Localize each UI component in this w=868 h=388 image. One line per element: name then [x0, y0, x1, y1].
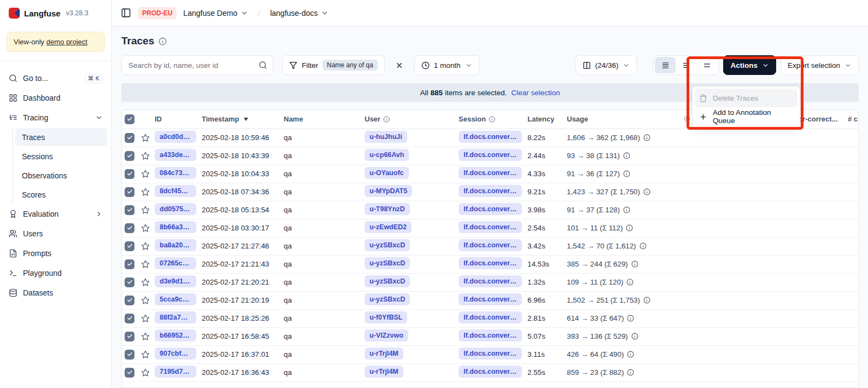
user-badge[interactable]: u-yzSBxcD — [365, 293, 410, 305]
star-icon[interactable] — [141, 206, 150, 215]
session-badge[interactable]: lf.docs.conversation... — [459, 131, 522, 143]
user-badge[interactable]: u-yzSBxcD — [365, 239, 410, 251]
col-header-session[interactable]: Session — [458, 110, 526, 129]
info-icon[interactable] — [631, 260, 638, 268]
row-checkbox[interactable] — [125, 332, 134, 341]
session-badge[interactable]: lf.docs.conversation... — [459, 257, 522, 269]
star-icon[interactable] — [141, 242, 150, 251]
trace-id-badge[interactable]: ba8a208f... — [155, 239, 196, 251]
col-header-last[interactable]: # c... — [847, 110, 859, 129]
star-icon[interactable] — [141, 188, 150, 196]
col-header-user[interactable]: User — [363, 110, 458, 129]
info-icon[interactable] — [623, 206, 630, 213]
session-badge[interactable]: lf.docs.conversation... — [459, 293, 522, 305]
user-badge[interactable]: u-f0YfBSL — [365, 311, 407, 323]
table-row[interactable]: 88f2a7b0... 2025-02-17 18:25:26 qa u-f0Y… — [122, 309, 859, 327]
row-height-tall-button[interactable] — [696, 57, 717, 73]
sidebar-item-tracing[interactable]: Tracing — [4, 108, 107, 127]
table-row[interactable]: b669529... 2025-02-17 16:58:45 qa u-VIZz… — [122, 327, 859, 345]
info-icon[interactable] — [623, 170, 630, 177]
session-badge[interactable]: lf.docs.conversation... — [459, 366, 522, 378]
session-badge[interactable]: lf.docs.conversation... — [459, 311, 522, 323]
user-badge[interactable]: u-yzSBxcD — [365, 257, 410, 269]
trace-id-badge[interactable]: dd05753... — [155, 203, 196, 215]
session-badge[interactable]: lf.docs.conversation... — [459, 275, 522, 287]
user-badge[interactable]: u-MYpDAT5 — [365, 185, 412, 197]
session-badge[interactable]: lf.docs.conversation... — [459, 239, 522, 251]
user-badge[interactable]: u-T98YnzD — [365, 203, 410, 215]
info-icon[interactable] — [643, 188, 650, 195]
row-checkbox[interactable] — [125, 259, 134, 269]
info-icon[interactable] — [623, 152, 630, 159]
table-row[interactable]: 7195d78e... 2025-02-17 16:36:43 qa u-rTr… — [122, 363, 859, 381]
sidebar-item-scores[interactable]: Scores — [15, 186, 107, 204]
star-icon[interactable] — [141, 296, 150, 305]
export-selection-button[interactable]: Export selection — [781, 55, 859, 75]
table-row[interactable]: 907cbf6e... 2025-02-17 16:37:01 qa u-rTr… — [122, 345, 859, 363]
trace-id-badge[interactable]: d3e9d1f2... — [155, 275, 196, 287]
trace-id-badge[interactable]: 8dcf4574... — [155, 185, 196, 197]
sidebar-item-playground[interactable]: Playground — [4, 264, 107, 282]
session-badge[interactable]: lf.docs.conversation... — [459, 203, 522, 215]
session-badge[interactable]: lf.docs.conversation... — [459, 149, 522, 161]
row-checkbox[interactable] — [125, 296, 134, 305]
info-icon[interactable] — [627, 369, 634, 376]
star-icon[interactable] — [141, 152, 150, 160]
info-icon[interactable] — [643, 134, 650, 141]
info-icon[interactable] — [627, 351, 634, 358]
trace-id-badge[interactable]: 07265c7a... — [155, 257, 196, 269]
star-icon[interactable] — [141, 260, 150, 269]
clear-filter-button[interactable] — [391, 55, 408, 75]
trace-id-badge[interactable]: 907cbf6e... — [155, 348, 196, 360]
demo-project-link[interactable]: demo project — [46, 38, 87, 46]
info-icon[interactable] — [626, 224, 633, 231]
org-selector[interactable]: Langfuse Demo — [183, 9, 248, 18]
col-header-usage[interactable]: Usage — [566, 110, 683, 129]
user-badge[interactable]: u-rTrjl4M — [365, 348, 403, 360]
star-icon[interactable] — [141, 368, 150, 377]
sidebar-item-dashboard[interactable]: Dashboard — [4, 89, 107, 107]
trace-id-badge[interactable]: a433de51... — [155, 149, 196, 161]
sidebar-item-observations[interactable]: Observations — [15, 166, 107, 184]
trace-id-badge[interactable]: 084c739... — [155, 167, 196, 179]
table-row[interactable]: 084c739... 2025-02-18 10:04:33 qa u-OYau… — [122, 165, 859, 183]
table-row[interactable]: d3e9d1f2... 2025-02-17 21:20:21 qa u-yzS… — [122, 273, 859, 291]
project-selector[interactable]: langfuse-docs — [270, 9, 329, 18]
table-row[interactable]: dd05753... 2025-02-18 05:13:54 qa u-T98Y… — [122, 201, 859, 219]
menu-item-add-annotation-queue[interactable]: Add to Annotation Queue — [695, 107, 797, 126]
row-checkbox[interactable] — [125, 314, 134, 323]
trace-id-badge[interactable]: 88f2a7b0... — [155, 311, 196, 323]
info-icon[interactable] — [640, 242, 647, 250]
user-badge[interactable]: u-rTrjl4M — [365, 366, 403, 378]
row-checkbox[interactable] — [125, 151, 134, 161]
session-badge[interactable]: lf.docs.conversation... — [459, 221, 522, 233]
row-checkbox[interactable] — [125, 368, 134, 378]
star-icon[interactable] — [141, 170, 150, 178]
row-checkbox[interactable] — [125, 187, 134, 197]
sidebar-toggle-icon[interactable] — [121, 8, 131, 18]
trace-id-badge[interactable]: 8b66a34... — [155, 221, 196, 233]
row-height-compact-button[interactable] — [655, 57, 676, 73]
user-badge[interactable]: u-VIZzvwo — [365, 329, 408, 341]
row-checkbox[interactable] — [125, 241, 134, 251]
filter-button[interactable]: Filter Name any of qa — [282, 55, 385, 75]
session-badge[interactable]: lf.docs.conversation... — [459, 167, 522, 179]
col-header-id[interactable]: ID — [154, 110, 201, 129]
star-icon[interactable] — [141, 314, 150, 323]
row-checkbox[interactable] — [125, 169, 134, 179]
sidebar-item-users[interactable]: Users — [4, 224, 107, 243]
search-input[interactable] — [128, 61, 259, 70]
columns-button[interactable]: (24/36) — [576, 55, 637, 75]
sidebar-item-datasets[interactable]: Datasets — [4, 283, 107, 302]
star-icon[interactable] — [141, 332, 150, 341]
info-icon[interactable] — [631, 333, 638, 340]
search-icon[interactable] — [259, 61, 267, 70]
session-badge[interactable]: lf.docs.conversation... — [459, 185, 522, 197]
user-badge[interactable]: u-zEwdED2 — [365, 221, 412, 233]
user-badge[interactable]: u-cp66Avh — [365, 149, 409, 161]
session-badge[interactable]: lf.docs.conversation... — [459, 329, 522, 341]
info-icon[interactable] — [627, 315, 634, 322]
sidebar-item-goto[interactable]: Go to... ⌘ K — [4, 69, 107, 88]
col-header-name[interactable]: Name — [283, 110, 363, 129]
sidebar-item-evaluation[interactable]: Evaluation — [4, 205, 107, 223]
